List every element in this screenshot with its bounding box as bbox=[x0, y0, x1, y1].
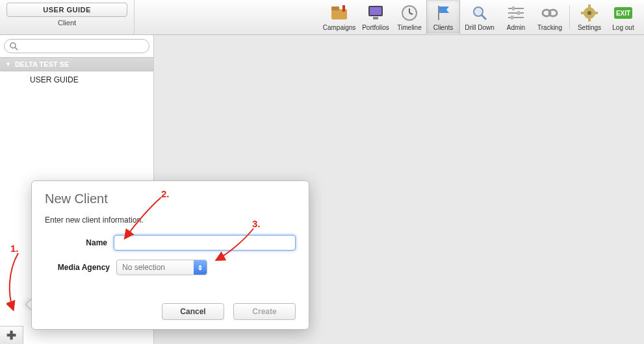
sliders-icon bbox=[506, 3, 526, 23]
nav-settings[interactable]: Settings bbox=[573, 0, 606, 34]
annotation-1-label: 1. bbox=[10, 243, 19, 254]
svg-rect-5 bbox=[373, 17, 378, 19]
nav-label: Clients bbox=[433, 24, 454, 31]
nav-label: Timeline bbox=[397, 24, 421, 31]
flag-icon bbox=[433, 3, 453, 23]
svg-text:EXIT: EXIT bbox=[616, 10, 630, 17]
topbar: USER GUIDE Client Campaigns Portfolios T… bbox=[0, 0, 644, 35]
nav-portfolios[interactable]: Portfolios bbox=[359, 0, 393, 34]
group-label: DELTA TEST SE bbox=[15, 60, 70, 68]
client-subtitle: Client bbox=[58, 19, 76, 27]
media-agency-select[interactable]: No selection bbox=[116, 260, 207, 275]
nav-label: Settings bbox=[578, 24, 601, 31]
nav-admin[interactable]: Admin bbox=[499, 0, 533, 34]
nav-tracking[interactable]: Tracking bbox=[533, 0, 567, 34]
svg-point-10 bbox=[474, 7, 483, 16]
dialog-title: New Client bbox=[45, 191, 296, 206]
new-client-dialog: New Client Enter new client information.… bbox=[31, 180, 309, 330]
monitor-icon bbox=[366, 3, 385, 23]
nav-clients[interactable]: Clients bbox=[426, 0, 460, 34]
nav-logout[interactable]: EXIT Log out bbox=[606, 0, 640, 34]
topbar-right: Campaigns Portfolios Timeline Clients Dr bbox=[320, 0, 644, 34]
svg-rect-9 bbox=[438, 6, 439, 20]
add-button[interactable]: ✚ bbox=[0, 326, 23, 344]
agency-label: Media Agency bbox=[45, 263, 116, 272]
clock-icon bbox=[400, 3, 419, 23]
nav-label: Drill Down bbox=[465, 24, 495, 31]
svg-point-21 bbox=[587, 11, 591, 15]
svg-rect-2 bbox=[342, 5, 345, 12]
annotation-3-label: 3. bbox=[252, 218, 261, 229]
client-name-input[interactable] bbox=[114, 235, 296, 251]
nav-timeline[interactable]: Timeline bbox=[393, 0, 426, 34]
nav-label: Campaigns bbox=[323, 24, 356, 31]
select-stepper-icon bbox=[194, 260, 207, 275]
nav-campaigns[interactable]: Campaigns bbox=[320, 0, 359, 34]
select-value: No selection bbox=[117, 263, 194, 272]
chevron-down-icon: ▼ bbox=[5, 61, 11, 68]
annotation-2-label: 2. bbox=[161, 188, 170, 199]
nav-label: Tracking bbox=[537, 24, 562, 31]
user-guide-button[interactable]: USER GUIDE bbox=[6, 3, 127, 17]
create-button[interactable]: Create bbox=[233, 303, 296, 320]
nav-label: Admin bbox=[507, 24, 525, 31]
sidebar-group-header[interactable]: ▼ DELTA TEST SE bbox=[0, 57, 153, 71]
toolbar-separator bbox=[569, 5, 570, 29]
exit-icon: EXIT bbox=[613, 3, 633, 23]
nav-label: Portfolios bbox=[362, 24, 389, 31]
gear-icon bbox=[580, 3, 599, 23]
svg-rect-4 bbox=[370, 7, 381, 15]
nav-label: Log out bbox=[612, 24, 634, 31]
svg-rect-22 bbox=[588, 5, 591, 8]
svg-line-11 bbox=[482, 15, 486, 19]
svg-rect-24 bbox=[581, 12, 584, 14]
svg-rect-25 bbox=[595, 12, 598, 14]
nav-drilldown[interactable]: Drill Down bbox=[460, 0, 499, 34]
folder-icon bbox=[329, 3, 349, 23]
svg-rect-15 bbox=[517, 11, 520, 15]
link-icon bbox=[540, 3, 560, 23]
svg-rect-1 bbox=[331, 6, 339, 10]
name-label: Name bbox=[45, 238, 114, 247]
svg-rect-23 bbox=[588, 18, 591, 21]
search-input[interactable] bbox=[4, 39, 149, 53]
sidebar-tree-item[interactable]: USER GUIDE bbox=[0, 71, 153, 88]
svg-rect-17 bbox=[511, 16, 513, 19]
cancel-button[interactable]: Cancel bbox=[162, 303, 224, 320]
magnifier-icon bbox=[470, 3, 489, 23]
topbar-left: USER GUIDE Client bbox=[0, 0, 135, 34]
svg-rect-13 bbox=[512, 6, 515, 10]
